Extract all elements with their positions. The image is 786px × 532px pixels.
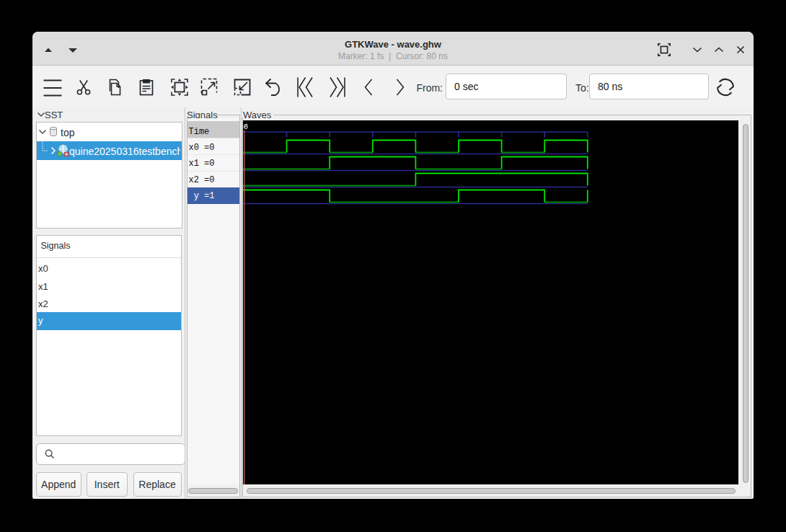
svg-text:0: 0: [244, 123, 249, 131]
